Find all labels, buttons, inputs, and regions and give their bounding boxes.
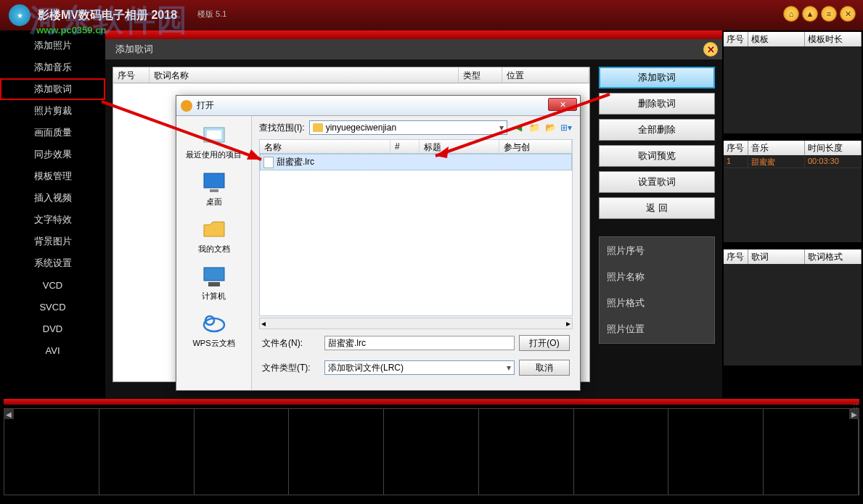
watermark-url: www.pc0359.cn (36, 25, 106, 36)
t2-h1[interactable]: 序号 (724, 141, 748, 155)
sidebar-item-quality[interactable]: 画面质量 (0, 122, 105, 144)
col-name[interactable]: 歌词名称 (150, 67, 459, 83)
col-type[interactable]: 类型 (459, 67, 502, 83)
template-table: 序号 模板 模板时长 (724, 32, 862, 133)
t1-h2[interactable]: 模板 (748, 32, 805, 46)
title-up-icon[interactable]: ▲ (802, 6, 818, 22)
sidebar-item-svcd[interactable]: SVCD (0, 296, 105, 318)
col-num[interactable]: # (390, 140, 420, 153)
t2-h2[interactable]: 音乐 (748, 141, 805, 155)
accent-bar-top (105, 30, 722, 39)
music-row-no: 1 (724, 155, 748, 168)
tab-title: 添加歌词 (115, 43, 153, 56)
back-button[interactable]: 返 回 (599, 197, 715, 219)
sidebar-item-text-fx[interactable]: 文字特效 (0, 209, 105, 231)
app-logo-icon: ★ (9, 4, 30, 26)
t1-h1[interactable]: 序号 (724, 32, 748, 46)
music-row[interactable]: 1 甜蜜蜜 00:03:30 (724, 155, 862, 168)
up-icon[interactable]: 📁 (528, 121, 541, 134)
titlebar: ★ 影楼MV数码电子相册 2018 楼版 5.1 ⌂ ▲ ≡ ✕ (0, 0, 863, 30)
frame-slot[interactable] (289, 409, 384, 495)
cloud-icon (201, 310, 227, 336)
t2-h3[interactable]: 时间长度 (805, 141, 862, 155)
col-artists[interactable]: 参与创 (499, 140, 572, 153)
place-desktop[interactable]: 桌面 (201, 169, 227, 207)
t3-h3[interactable]: 歌词格式 (805, 249, 862, 264)
sidebar-item-add-lyrics[interactable]: 添加歌词 (0, 78, 105, 100)
frame-slot[interactable] (384, 409, 479, 495)
filetype-value: 添加歌词文件(LRC) (328, 362, 404, 374)
sidebar-item-crop[interactable]: 照片剪裁 (0, 100, 105, 122)
t3-h1[interactable]: 序号 (724, 249, 748, 264)
col-seq[interactable]: 序号 (113, 67, 150, 83)
t3-h2[interactable]: 歌词 (748, 249, 805, 264)
frame-slot[interactable] (4, 409, 99, 495)
new-folder-icon[interactable]: 📂 (544, 121, 557, 134)
set-lyrics-button[interactable]: 设置歌词 (599, 171, 715, 193)
frame-slot[interactable] (764, 409, 859, 495)
filmstrip-prev-icon[interactable]: ◀ (4, 409, 14, 419)
file-icon (263, 157, 274, 168)
frame-slot[interactable] (195, 409, 290, 495)
place-computer[interactable]: 计算机 (201, 263, 227, 302)
file-name: 甜蜜蜜.lrc (277, 156, 314, 168)
place-wps[interactable]: WPS云文档 (192, 310, 234, 349)
frame-slot[interactable] (668, 409, 764, 495)
sidebar-item-add-music[interactable]: 添加音乐 (0, 57, 105, 78)
accent-bar-bottom (4, 399, 859, 405)
lookin-dropdown[interactable]: yinyuegeciwenjian (309, 120, 507, 135)
dialog-close-button[interactable]: ✕ (548, 98, 577, 111)
cancel-button[interactable]: 取消 (519, 360, 570, 376)
photo-seq-label: 照片序号 (607, 244, 707, 257)
sidebar-item-avi[interactable]: AVI (0, 339, 105, 361)
sidebar-item-add-photo[interactable]: 添加照片 (0, 35, 105, 57)
frame-slot[interactable] (479, 409, 574, 495)
frame-slot[interactable] (574, 409, 669, 495)
t1-h3[interactable]: 模板时长 (805, 32, 862, 46)
col-filename[interactable]: 名称 (260, 140, 390, 153)
sidebar-item-insert-video[interactable]: 插入视频 (0, 187, 105, 209)
view-icon[interactable]: ⊞▾ (560, 121, 573, 134)
sidebar-item-vcd[interactable]: VCD (0, 274, 105, 296)
horizontal-scrollbar[interactable]: ◂▸ (259, 318, 573, 329)
col-pos[interactable]: 位置 (502, 67, 589, 83)
col-title[interactable]: 标题 (420, 140, 499, 153)
title-menu-icon[interactable]: ≡ (821, 6, 837, 22)
file-open-dialog: 打开 ✕ 最近使用的项目 桌面 我的文档 计算机 WPS云文档 (176, 95, 581, 391)
right-column: 序号 模板 模板时长 序号 音乐 时间长度 1 甜蜜蜜 00:03:30 (722, 30, 863, 399)
sidebar: 添加照片 添加音乐 添加歌词 照片剪裁 画面质量 同步效果 模板管理 插入视频 … (0, 30, 105, 399)
sidebar-item-bg-image[interactable]: 背景图片 (0, 231, 105, 252)
tab-close-icon[interactable]: ✕ (703, 42, 718, 57)
filetype-label: 文件类型(T): (262, 362, 320, 374)
sidebar-item-settings[interactable]: 系统设置 (0, 252, 105, 274)
add-lyrics-button[interactable]: 添加歌词 (599, 67, 715, 88)
delete-lyrics-button[interactable]: 删除歌词 (599, 93, 715, 115)
dialog-titlebar[interactable]: 打开 ✕ (176, 96, 580, 116)
filetype-dropdown[interactable]: 添加歌词文件(LRC) (324, 360, 515, 375)
back-icon[interactable]: ◀ (512, 121, 525, 134)
svg-rect-1 (207, 131, 221, 139)
sidebar-item-sync[interactable]: 同步效果 (0, 144, 105, 165)
delete-all-button[interactable]: 全部删除 (599, 119, 715, 141)
music-row-dur: 00:03:30 (805, 155, 862, 168)
frame-slot[interactable] (99, 409, 195, 495)
place-documents[interactable]: 我的文档 (198, 216, 230, 255)
svg-rect-3 (210, 189, 218, 192)
photo-pos-label: 照片位置 (607, 323, 707, 336)
filmstrip-next-icon[interactable]: ▶ (849, 409, 859, 419)
file-row-selected[interactable]: 甜蜜蜜.lrc (260, 154, 572, 170)
photo-info-panel: 照片序号 照片名称 照片格式 照片位置 (599, 236, 715, 344)
svg-rect-4 (204, 268, 224, 281)
open-button[interactable]: 打开(O) (519, 335, 570, 351)
place-recent[interactable]: 最近使用的项目 (186, 122, 242, 160)
folder-small-icon (313, 123, 323, 132)
title-home-icon[interactable]: ⌂ (783, 6, 799, 22)
title-close-icon[interactable]: ✕ (840, 6, 856, 22)
file-list[interactable]: 甜蜜蜜.lrc (259, 154, 573, 316)
places-bar: 最近使用的项目 桌面 我的文档 计算机 WPS云文档 (176, 116, 252, 390)
preview-lyrics-button[interactable]: 歌词预览 (599, 145, 715, 167)
file-list-header: 名称 # 标题 参与创 (259, 139, 573, 154)
filename-input[interactable] (324, 336, 515, 350)
sidebar-item-dvd[interactable]: DVD (0, 318, 105, 339)
sidebar-item-template[interactable]: 模板管理 (0, 165, 105, 187)
